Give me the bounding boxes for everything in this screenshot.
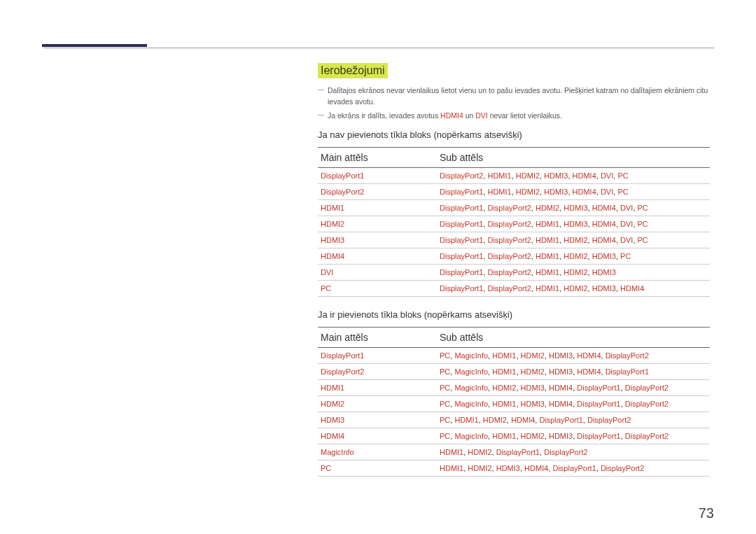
source-label: PC xyxy=(440,367,450,376)
source-label: DisplayPort2 xyxy=(625,432,668,440)
table-2-main-cell: DisplayPort2 xyxy=(318,364,437,380)
table-row: DVIDisplayPort1, DisplayPort2, HDMI1, HD… xyxy=(318,265,710,281)
source-label: HDMI3 xyxy=(549,367,573,376)
table-1-sub-cell: DisplayPort1, HDMI1, HDMI2, HDMI3, HDMI4… xyxy=(437,184,710,200)
source-label: HDMI2 xyxy=(521,432,545,440)
table-1-sub-cell: DisplayPort1, DisplayPort2, HDMI1, HDMI2… xyxy=(437,265,710,281)
table-row: HDMI1DisplayPort1, DisplayPort2, HDMI2, … xyxy=(318,200,710,216)
table-row: HDMI1PC, MagicInfo, HDMI2, HDMI3, HDMI4,… xyxy=(318,380,710,396)
source-label: PC xyxy=(440,400,450,408)
table-row: PCDisplayPort1, DisplayPort2, HDMI1, HDM… xyxy=(318,281,710,297)
table-1-header-sub: Sub attēls xyxy=(437,148,710,168)
source-label: HDMI2 xyxy=(468,448,491,456)
source-label: DisplayPort2 xyxy=(587,416,631,424)
table-2-main-cell: DisplayPort1 xyxy=(318,348,437,364)
source-label: DisplayPort1 xyxy=(577,384,620,392)
table-1-sub-cell: DisplayPort2, HDMI1, HDMI2, HDMI3, HDMI4… xyxy=(437,168,710,184)
source-label: HDMI1 xyxy=(454,416,478,424)
source-label: HDMI1 xyxy=(487,188,511,196)
source-label: HDMI3 xyxy=(564,204,587,212)
table-row: PCHDMI1, HDMI2, HDMI3, HDMI4, DisplayPor… xyxy=(318,461,710,477)
source-label: HDMI4 xyxy=(524,464,548,472)
table-1-main-cell: DVI xyxy=(318,265,437,281)
note-2-text-post: nevar lietot vienlaikus. xyxy=(488,111,562,120)
section-title: Ierobežojumi xyxy=(318,63,388,78)
source-label: DisplayPort2 xyxy=(487,220,531,228)
table-row: MagicInfoHDMI1, HDMI2, DisplayPort1, Dis… xyxy=(318,444,710,461)
source-label: DisplayPort1 xyxy=(440,188,483,196)
source-label: HDMI1 xyxy=(536,252,559,260)
source-label: HDMI2 xyxy=(564,284,587,293)
source-label: HDMI1 xyxy=(536,236,559,244)
table-2-sub-cell: HDMI1, HDMI2, HDMI3, HDMI4, DisplayPort1… xyxy=(437,461,710,477)
source-label: HDMI1 xyxy=(440,448,463,456)
source-label: DisplayPort1 xyxy=(496,448,540,456)
table-row: HDMI2PC, MagicInfo, HDMI1, HDMI3, HDMI4,… xyxy=(318,396,710,412)
source-label: HDMI2 xyxy=(536,204,559,212)
table-2-header-sub: Sub attēls xyxy=(437,328,710,348)
source-label: MagicInfo xyxy=(454,432,488,440)
note-2: Ja ekrāns ir dalīts, ievades avotus HDMI… xyxy=(318,111,710,122)
source-label: HDMI4 xyxy=(577,351,601,360)
source-label: DisplayPort2 xyxy=(487,268,531,276)
source-label: HDMI1 xyxy=(492,432,516,440)
main-content: Ierobežojumi Dalītajos ekrānos nevar vie… xyxy=(318,63,710,489)
source-label: DisplayPort1 xyxy=(440,204,483,212)
table-row: DisplayPort2PC, MagicInfo, HDMI1, HDMI2,… xyxy=(318,364,710,380)
source-label: HDMI3 xyxy=(521,400,545,408)
table-1-main-cell: HDMI2 xyxy=(318,216,437,232)
header-divider xyxy=(43,48,714,48)
table-1-header-main: Main attēls xyxy=(318,148,437,168)
note-2-red-1: HDMI4 xyxy=(440,111,463,120)
note-1: Dalītajos ekrānos nevar vienlaikus lieto… xyxy=(318,85,710,108)
source-label: DisplayPort2 xyxy=(606,351,649,360)
table-2-main-cell: PC xyxy=(318,461,437,477)
source-label: MagicInfo xyxy=(454,384,488,392)
table-1-sub-cell: DisplayPort1, DisplayPort2, HDMI2, HDMI3… xyxy=(437,200,710,216)
source-label: HDMI3 xyxy=(521,384,545,392)
source-label: DisplayPort1 xyxy=(440,252,483,260)
source-label: HDMI1 xyxy=(492,367,516,376)
table-2-sub-cell: PC, MagicInfo, HDMI1, HDMI2, HDMI3, HDMI… xyxy=(437,364,710,380)
note-2-text-pre: Ja ekrāns ir dalīts, ievades avotus xyxy=(328,111,440,120)
table-1-main-cell: PC xyxy=(318,281,437,297)
table-2-main-cell: HDMI4 xyxy=(318,428,437,444)
table-2: Main attēls Sub attēls DisplayPort1PC, M… xyxy=(318,327,710,477)
table-2-sub-cell: PC, HDMI1, HDMI2, HDMI4, DisplayPort1, D… xyxy=(437,412,710,428)
table-row: DisplayPort1PC, MagicInfo, HDMI1, HDMI2,… xyxy=(318,348,710,364)
source-label: MagicInfo xyxy=(454,367,488,376)
source-label: HDMI4 xyxy=(592,236,616,244)
source-label: DVI xyxy=(620,204,633,212)
source-label: DisplayPort1 xyxy=(577,400,620,408)
note-2-red-2: DVI xyxy=(475,111,488,120)
source-label: HDMI2 xyxy=(521,367,545,376)
source-label: HDMI2 xyxy=(516,188,540,196)
source-label: HDMI4 xyxy=(549,400,573,408)
source-label: HDMI4 xyxy=(620,284,644,293)
source-label: DisplayPort1 xyxy=(552,464,596,472)
table-row: DisplayPort1DisplayPort2, HDMI1, HDMI2, … xyxy=(318,168,710,184)
source-label: DVI xyxy=(601,171,613,180)
source-label: HDMI3 xyxy=(496,464,520,472)
source-label: PC xyxy=(440,351,450,360)
source-label: DisplayPort2 xyxy=(440,171,483,180)
table-1-main-cell: DisplayPort1 xyxy=(318,168,437,184)
source-label: DisplayPort1 xyxy=(440,220,483,228)
source-label: HDMI2 xyxy=(468,464,491,472)
source-label: PC xyxy=(638,236,648,244)
table-2-main-cell: HDMI2 xyxy=(318,396,437,412)
source-label: HDMI2 xyxy=(492,384,516,392)
source-label: HDMI1 xyxy=(440,464,463,472)
source-label: DisplayPort2 xyxy=(625,400,668,408)
table-1-sub-cell: DisplayPort1, DisplayPort2, HDMI1, HDMI3… xyxy=(437,216,710,232)
table-row: HDMI2DisplayPort1, DisplayPort2, HDMI1, … xyxy=(318,216,710,232)
source-label: DisplayPort1 xyxy=(440,268,483,276)
header-accent-bar xyxy=(42,44,147,47)
source-label: PC xyxy=(440,432,450,440)
source-label: DVI xyxy=(620,236,633,244)
source-label: PC xyxy=(440,416,450,424)
table-2-main-cell: HDMI1 xyxy=(318,380,437,396)
source-label: DVI xyxy=(620,220,633,228)
table-1-sub-cell: DisplayPort1, DisplayPort2, HDMI1, HDMI2… xyxy=(437,232,710,248)
source-label: PC xyxy=(617,188,628,196)
